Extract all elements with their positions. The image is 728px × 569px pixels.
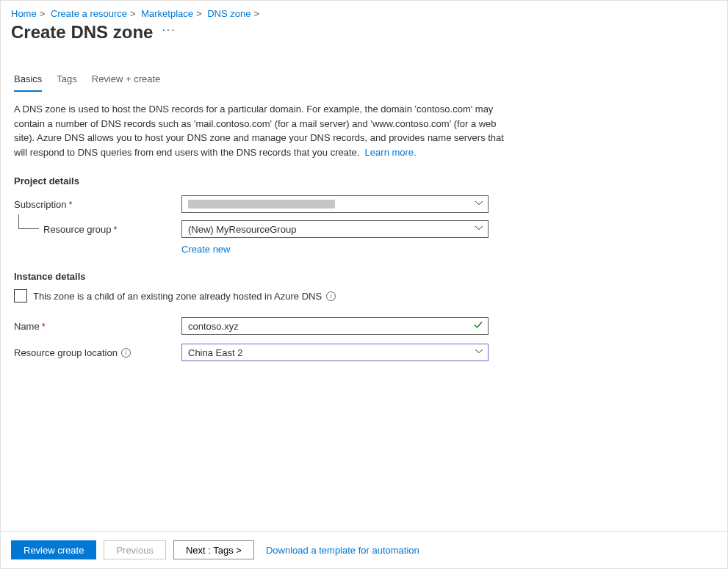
name-input[interactable]: contoso.xyz <box>181 317 489 335</box>
resource-group-value: (New) MyResourceGroup <box>188 224 296 235</box>
tab-tags[interactable]: Tags <box>57 70 76 92</box>
create-new-link[interactable]: Create new <box>181 244 230 255</box>
chevron-right-icon: > <box>130 8 136 19</box>
chevron-down-icon <box>475 347 483 358</box>
tabs: Basics Tags Review + create <box>14 70 714 92</box>
previous-button[interactable]: Previous <box>104 540 166 559</box>
subscription-select[interactable] <box>181 195 489 213</box>
resource-group-select[interactable]: (New) MyResourceGroup <box>181 220 489 238</box>
child-zone-label: This zone is a child of an existing zone… <box>33 291 322 302</box>
child-zone-checkbox[interactable] <box>14 289 27 302</box>
resource-group-label: Resource group* <box>39 222 181 236</box>
breadcrumb-item[interactable]: Create a resource <box>51 8 127 19</box>
section-instance-details: Instance details <box>14 271 714 282</box>
location-label: Resource group location i <box>14 347 181 358</box>
page-title: Create DNS zone <box>11 22 153 43</box>
footer: Review create Previous Next : Tags > Dow… <box>1 531 727 568</box>
tab-basics[interactable]: Basics <box>14 70 42 92</box>
breadcrumb-item[interactable]: DNS zone <box>207 8 251 19</box>
more-icon[interactable]: ··· <box>162 24 176 40</box>
redacted-value <box>188 200 335 209</box>
required-indicator: * <box>42 321 46 332</box>
review-create-button[interactable]: Review create <box>11 540 96 559</box>
chevron-right-icon: > <box>40 8 46 19</box>
name-label: Name* <box>14 321 181 332</box>
required-indicator: * <box>114 224 118 235</box>
breadcrumb: Home> Create a resource> Marketplace> DN… <box>1 1 727 22</box>
required-indicator: * <box>69 199 73 210</box>
chevron-right-icon: > <box>253 8 259 19</box>
description: A DNS zone is used to host the DNS recor… <box>14 102 506 159</box>
name-value: contoso.xyz <box>188 321 239 332</box>
chevron-down-icon <box>475 224 483 235</box>
learn-more-link[interactable]: Learn more. <box>365 147 417 158</box>
chevron-down-icon <box>475 199 483 210</box>
description-text: A DNS zone is used to host the DNS recor… <box>14 104 504 158</box>
breadcrumb-item[interactable]: Marketplace <box>141 8 193 19</box>
next-button[interactable]: Next : Tags > <box>173 540 254 559</box>
download-template-link[interactable]: Download a template for automation <box>266 545 419 556</box>
hierarchy-line-icon <box>18 214 39 229</box>
breadcrumb-item[interactable]: Home <box>11 8 37 19</box>
info-icon[interactable]: i <box>326 291 336 301</box>
location-value: China East 2 <box>188 347 242 358</box>
tab-review-create[interactable]: Review + create <box>92 70 161 92</box>
location-select[interactable]: China East 2 <box>181 344 489 361</box>
checkmark-icon <box>473 320 483 333</box>
section-project-details: Project details <box>14 175 714 186</box>
chevron-right-icon: > <box>196 8 202 19</box>
subscription-label: Subscription* <box>14 199 181 210</box>
info-icon[interactable]: i <box>121 348 131 358</box>
